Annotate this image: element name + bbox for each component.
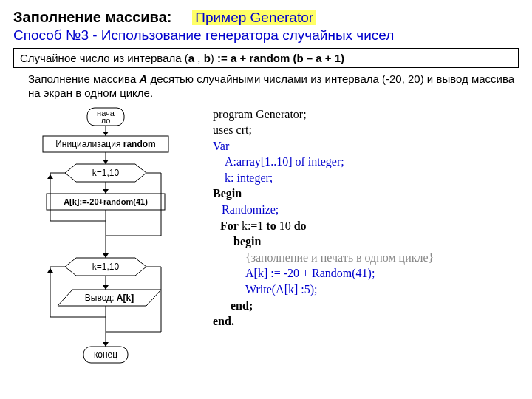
svg-marker-8 xyxy=(103,189,109,194)
code-l8: For k:=1 to 10 do xyxy=(213,218,434,234)
code-block: program Generator; uses crt; Var A:array… xyxy=(213,106,434,380)
code-l11: A[k] := -20 + Random(41); xyxy=(213,265,434,282)
svg-marker-28 xyxy=(47,268,53,273)
formula-comma: , xyxy=(194,52,204,64)
title-example: Пример Generator xyxy=(192,10,316,25)
svg-marker-19 xyxy=(103,253,109,258)
code-l10: {заполнение и печать в одном цикле} xyxy=(213,250,434,266)
flow-assign: A[k]:=-20+random(41) xyxy=(64,197,148,205)
flowchart: начало Инициализация random k=1,10 A[k]:… xyxy=(13,106,198,380)
code-mid: k:=1 xyxy=(239,219,266,232)
description: Заполнение массива А десятью случайными … xyxy=(28,72,519,100)
subtitle: Способ №3 - Использование генератора слу… xyxy=(13,27,519,44)
flowchart-svg: начало Инициализация random k=1,10 A[k]:… xyxy=(13,106,198,380)
flow-init: Инициализация random xyxy=(55,139,156,149)
main-content: начало Инициализация random k=1,10 A[k]:… xyxy=(13,106,519,380)
code-l5: k: integer; xyxy=(213,170,434,186)
desc-p1: Заполнение массива xyxy=(28,72,139,85)
code-l1: program Generator; xyxy=(213,106,434,123)
code-l4: A:array[1..10] of integer; xyxy=(213,154,434,170)
svg-marker-33 xyxy=(103,342,109,347)
formula-close: ) xyxy=(211,52,217,64)
svg-marker-14 xyxy=(47,174,53,179)
code-do: do xyxy=(294,219,307,232)
formula-b: b xyxy=(204,52,211,64)
svg-marker-2 xyxy=(103,132,109,136)
formula-a: a xyxy=(188,52,194,64)
flow-loop1: k=1,10 xyxy=(92,168,120,178)
code-l7: Randomize; xyxy=(213,202,434,218)
formula-box: Случайное число из интервала (a , b) := … xyxy=(13,48,519,68)
flow-loop2: k=1,10 xyxy=(92,262,120,272)
code-l13: end; xyxy=(213,298,434,314)
formula-eq: := a + random (b – a + 1) xyxy=(217,52,344,64)
code-l3: Var xyxy=(213,138,434,154)
flow-output: Вывод: A[k] xyxy=(85,293,134,303)
code-l6: Begin xyxy=(213,185,434,202)
code-l2: uses crt; xyxy=(213,122,434,138)
code-for: For xyxy=(220,219,239,232)
title-main: Заполнение массива: xyxy=(13,9,171,25)
title-line: Заполнение массива: Пример Generator xyxy=(13,9,519,26)
svg-marker-22 xyxy=(103,285,109,290)
code-l12: Write(A[k] :5); xyxy=(213,282,434,298)
code-to: to xyxy=(266,219,276,232)
flow-end: конец xyxy=(94,349,117,360)
desc-A: А xyxy=(139,72,147,85)
formula-text: Случайное число из интервала ( xyxy=(20,52,188,64)
code-l9: begin xyxy=(213,233,434,250)
code-n: 10 xyxy=(276,219,294,232)
code-l14: end. xyxy=(213,313,434,330)
svg-marker-5 xyxy=(103,160,109,164)
